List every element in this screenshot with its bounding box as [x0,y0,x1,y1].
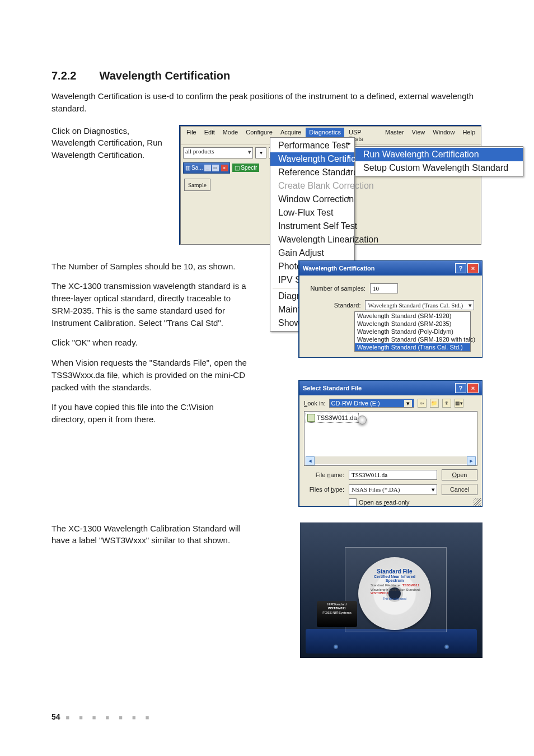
menu-item[interactable]: Window Correction [270,193,354,206]
menu-help[interactable]: Help [459,128,479,143]
cd-title: Standard File [366,568,423,575]
readonly-checkbox[interactable] [349,498,357,506]
menu-item[interactable]: Instrument Self Test [270,220,354,233]
filename-input[interactable] [349,470,437,480]
list-item[interactable]: Wavelength Standard (SRM-1920 with talc) [355,335,470,343]
chart-icon: ◫ [235,165,240,171]
submenu-item[interactable]: Run Wavelength Certification [355,148,523,161]
help-icon[interactable]: ? [455,383,466,393]
menu-edit[interactable]: Edit [201,128,218,143]
menu-item[interactable]: Low-Flux Test [270,206,354,220]
list-item[interactable]: Wavelength Standard (SRM-1920) [355,312,470,320]
row1-text: Click on Diagnostics, Wavelength Certifi… [51,125,169,161]
up-folder-icon[interactable]: 📁 [430,399,439,408]
section-number: 7.2.2 [51,69,96,82]
row2-p4: When Vision requests the "Standards File… [51,357,247,393]
menu-item[interactable]: Wavelength Certification [270,152,354,166]
filetype-label: Files of type: [304,486,344,493]
screenshot-menus: FileEditModeConfigureAcquireDiagnosticsU… [179,125,481,245]
submenu-item[interactable]: Setup Custom Wavelength Standard [355,161,523,175]
spectr-tab[interactable]: ◫ Spectr [232,164,260,172]
readonly-label: Open as read-only [359,499,410,506]
page-number: 54 [51,712,60,721]
menu-item[interactable]: Gain Adjust [270,246,354,260]
section-title: Wavelength Certification [100,69,231,82]
num-samples-input[interactable] [370,283,398,293]
standard-listbox[interactable]: Wavelength Standard (SRM-1920)Wavelength… [354,311,471,352]
open-button[interactable]: Open [442,469,477,480]
minimize-icon[interactable]: _ [204,165,211,171]
h-scrollbar[interactable]: ◄ ► [306,456,476,464]
close-icon[interactable]: × [467,383,479,393]
menu-master[interactable]: Master [382,128,407,143]
row2-p1: The Number of Samples should be 10, as s… [51,260,247,273]
close-icon[interactable]: × [221,165,228,171]
dialog-title: Wavelength Certification [303,265,375,272]
list-item[interactable]: Wavelength Standard (Poly-Didym) [355,328,470,335]
menu-item[interactable]: Wavelength Linearization [270,233,354,246]
menu-view[interactable]: View [409,128,429,143]
cd-sub: Certified Near Infrared Spectrum [366,575,423,582]
standard-photo: Standard File Certified Near Infrared Sp… [300,522,483,658]
page-footer: 54 ■ ■ ■ ■ ■ ■ ■ [51,712,153,721]
cancel-button[interactable]: Cancel [442,484,477,495]
sample-button[interactable]: Sample [184,179,210,191]
row2-p2: The XC-1300 transmission wavelength stan… [51,280,247,329]
restore-icon[interactable]: ▭ [212,165,219,171]
chart-icon: ▥ [185,165,190,171]
toolbar-button[interactable]: ▾ [255,147,266,158]
num-samples-label: Number of samples: [307,285,370,292]
row2-p3: Click "OK" when ready. [51,337,247,349]
scroll-right-icon[interactable]: ► [467,456,476,465]
standard-combo[interactable]: Wavelength Standard (Trans Cal. Std.) [365,300,474,310]
filetype-combo[interactable]: NSAS Files (*.DA) [349,484,437,494]
select-file-dialog: Select Standard File ? × Look in: CD-RW … [298,380,483,507]
dialog-title: Select Standard File [303,385,362,391]
cd-drive-icon [358,416,367,424]
file-icon [307,414,315,422]
lookin-combo[interactable]: CD-RW Drive (E:) [329,399,414,408]
row2-p5: If you have copied this file into the C:… [51,401,247,426]
menu-item: Create Blank Correction [270,179,354,193]
child-window[interactable]: ▥ Sa... _ ▭ × [183,162,230,174]
list-item[interactable]: Wavelength Standard (Trans Cal. Std.) [355,343,470,351]
standard-label: Standard: [307,302,365,309]
lookin-label: Look in: [304,400,326,407]
help-icon[interactable]: ? [455,263,466,273]
list-item[interactable]: Wavelength Standard (SRM-2035) [355,320,470,328]
menu-window[interactable]: Window [429,128,458,143]
menu-item[interactable]: Reference Standard [270,166,354,179]
file-list[interactable]: TSS3W011.da ◄ ► [304,411,477,466]
scroll-left-icon[interactable]: ◄ [306,456,315,465]
menu-file[interactable]: File [183,128,200,143]
list-item[interactable]: TSS3W011.da [306,413,359,423]
views-icon[interactable]: ▦▾ [455,399,463,408]
resize-grip[interactable] [474,498,481,506]
close-icon[interactable]: × [467,263,479,273]
wavelength-cert-dialog: Wavelength Certification ? × Number of s… [298,260,483,358]
back-icon[interactable]: ⇦ [418,399,427,408]
new-folder-icon[interactable]: ✳ [442,399,451,408]
standard-puck: NIRStandard WST3W011 FOSS NIRSystems [317,601,357,627]
intro-paragraph: Wavelength Certification is use-d to con… [51,90,483,115]
menu-mode[interactable]: Mode [219,128,242,143]
row4-text: The XC-1300 Wavelength Calibration Stand… [51,522,247,547]
filename-label: File name: [304,472,344,478]
product-combo[interactable]: all products [183,147,253,158]
menu-item[interactable]: Performance Test [270,139,354,152]
